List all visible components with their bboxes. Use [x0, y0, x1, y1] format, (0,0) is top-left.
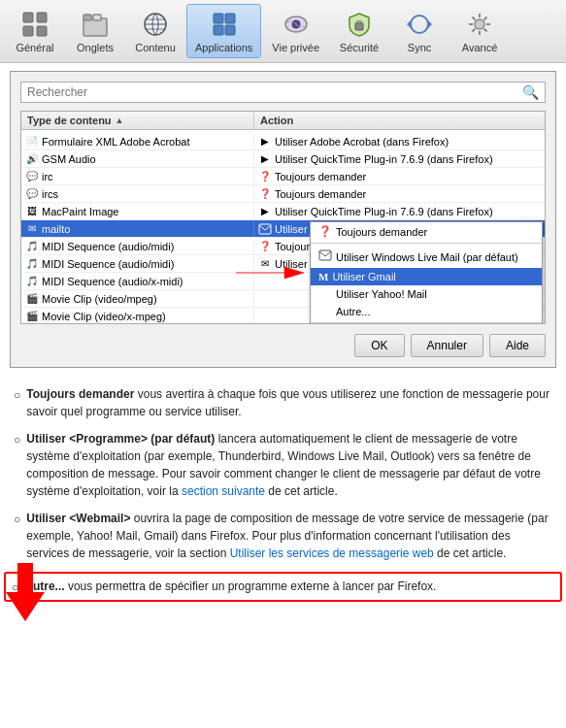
- table-row[interactable]: 💬 irc ❓ Toujours demander: [21, 168, 545, 185]
- toolbar-label-content: Contenu: [135, 42, 176, 53]
- link-webmail-section[interactable]: Utiliser les services de messagerie web: [230, 546, 434, 560]
- toolbar: Général Onglets Contenu: [0, 0, 566, 63]
- dropdown-item-other[interactable]: Autre...: [311, 303, 542, 320]
- action-icon: ▶: [258, 135, 272, 149]
- toolbar-item-content[interactable]: Contenu: [126, 4, 184, 58]
- table-row[interactable]: 💬 ircs ❓ Toujours demander: [21, 185, 545, 203]
- security-icon: [344, 9, 375, 40]
- left-cell: 💬 irc: [21, 169, 254, 184]
- toolbar-label-tabs: Onglets: [77, 42, 114, 53]
- type-icon: 🖼: [25, 205, 39, 218]
- action-dropdown[interactable]: ❓ Toujours demander Utiliser Windows Liv…: [310, 221, 543, 324]
- ok-button[interactable]: OK: [354, 334, 404, 357]
- content-item-use-program: ○ Utiliser <Programme> (par défaut) lanc…: [14, 430, 552, 500]
- type-icon: ✉: [25, 222, 39, 236]
- content-item-use-webmail: ○ Utiliser <Webmail> ouvrira la page de …: [14, 510, 552, 562]
- left-cell: ✉ mailto: [21, 221, 254, 237]
- left-cell: 💬 ircs: [21, 186, 254, 202]
- toolbar-item-general[interactable]: Général: [6, 4, 64, 58]
- right-cell: ❓ Toujours demander: [254, 169, 545, 184]
- bullet-3: ○: [14, 511, 20, 562]
- svg-rect-19: [319, 250, 331, 260]
- action-icon: [258, 222, 272, 236]
- right-cell: ▶ Utiliser Adobe Acrobat (dans Firefox): [254, 134, 545, 149]
- toolbar-label-privacy: Vie privée: [272, 42, 319, 53]
- type-icon: 🎬: [25, 292, 39, 306]
- left-cell: 🎵 MIDI Sequence (audio/midi): [21, 239, 254, 254]
- dialog-buttons: OK Annuler Aide: [20, 334, 546, 357]
- svg-marker-16: [407, 20, 411, 28]
- content-item-other: ○ Autre... vous permettra de spécifier u…: [4, 572, 562, 602]
- dropdown-item-yahoo[interactable]: Utiliser Yahoo! Mail: [311, 285, 542, 303]
- bullet-1: ○: [14, 386, 20, 420]
- left-cell: 🔊 GSM Audio: [21, 151, 254, 167]
- dropdown-divider-2: [311, 322, 542, 323]
- dialog-box: 🔍 Type de contenu ▲ Action 📄 Formulaire …: [10, 71, 556, 368]
- applications-icon: [209, 9, 240, 40]
- help-button[interactable]: Aide: [489, 334, 546, 357]
- privacy-icon: [281, 9, 312, 40]
- general-icon: [19, 9, 50, 40]
- table-row[interactable]: 📄 Formulaire XML Adobe Acrobat ▶ Utilise…: [21, 133, 545, 150]
- left-cell: 🎵 MIDI Sequence (audio/midi): [21, 256, 254, 272]
- type-icon: 📄: [25, 135, 39, 149]
- svg-rect-18: [259, 224, 271, 234]
- svg-point-17: [475, 19, 484, 29]
- content-text-use-program: Utiliser <Programme> (par défaut) lancer…: [26, 430, 552, 500]
- svg-rect-11: [225, 25, 235, 35]
- content-table: Type de contenu ▲ Action 📄 Formulaire XM…: [20, 111, 546, 324]
- dropdown-item-windows-live[interactable]: Utiliser Windows Live Mail (par défaut): [311, 246, 542, 268]
- toolbar-item-tabs[interactable]: Onglets: [66, 4, 124, 58]
- content-icon: [140, 9, 171, 40]
- svg-rect-5: [83, 15, 91, 20]
- link-section-suivante[interactable]: section suivante: [182, 484, 265, 498]
- dropdown-item-gmail[interactable]: M Utiliser Gmail: [311, 268, 542, 285]
- left-cell: 🎬 Movie Clip (video/x-mpeg): [21, 309, 254, 324]
- right-cell: ▶ Utiliser QuickTime Plug-in 7.6.9 (dans…: [254, 204, 545, 219]
- svg-rect-14: [355, 23, 363, 30]
- type-icon: 🎵: [25, 275, 39, 288]
- left-cell: 🎬 Movie Clip (video/mpeg): [21, 291, 254, 307]
- column-header-action: Action: [254, 112, 545, 129]
- left-cell: 📄 Formulaire XML Adobe Acrobat: [21, 134, 254, 149]
- search-input[interactable]: [27, 85, 522, 99]
- sort-arrow-icon: ▲: [116, 116, 124, 125]
- toolbar-label-general: Général: [16, 42, 53, 53]
- svg-rect-6: [93, 15, 101, 20]
- tabs-icon: [80, 9, 111, 40]
- dropdown-item-always-ask[interactable]: ❓ Toujours demander: [311, 222, 542, 241]
- cancel-button[interactable]: Annuler: [411, 334, 483, 357]
- bullet-2: ○: [14, 431, 20, 500]
- action-icon: ❓: [258, 187, 272, 201]
- toolbar-item-sync[interactable]: Sync: [390, 4, 449, 58]
- type-icon: 🎬: [25, 310, 39, 323]
- action-icon: ▶: [258, 152, 272, 166]
- always-ask-icon: ❓: [318, 225, 332, 238]
- windows-live-icon: [318, 248, 332, 265]
- toolbar-item-applications[interactable]: Applications: [186, 4, 261, 58]
- svg-rect-2: [23, 26, 33, 36]
- table-row[interactable]: 🔊 GSM Audio ▶ Utiliser QuickTime Plug-in…: [21, 150, 545, 168]
- svg-rect-9: [225, 14, 235, 23]
- bullet-4: ○: [12, 579, 18, 596]
- column-header-type: Type de contenu ▲: [21, 112, 254, 129]
- toolbar-label-sync: Sync: [408, 42, 431, 53]
- dropdown-divider: [311, 243, 542, 244]
- svg-rect-1: [37, 13, 47, 22]
- content-text-other: Autre... vous permettra de spécifier un …: [24, 578, 554, 596]
- toolbar-label-advanced: Avancé: [462, 42, 498, 53]
- toolbar-item-security[interactable]: Sécurité: [330, 4, 388, 58]
- content-text-always-ask: Toujours demander vous avertira à chaque…: [26, 385, 552, 420]
- right-cell: ▶ Utiliser QuickTime Plug-in 7.6.9 (dans…: [254, 151, 545, 167]
- search-bar[interactable]: 🔍: [20, 82, 546, 103]
- table-row[interactable]: 🖼 MacPaint Image ▶ Utiliser QuickTime Pl…: [21, 203, 545, 220]
- action-icon: ▶: [258, 205, 272, 218]
- toolbar-item-privacy[interactable]: Vie privée: [263, 4, 328, 58]
- svg-rect-10: [214, 25, 223, 35]
- svg-rect-8: [214, 14, 223, 23]
- toolbar-item-advanced[interactable]: Avancé: [450, 4, 509, 58]
- content-item-always-ask: ○ Toujours demander vous avertira à chaq…: [14, 385, 552, 420]
- right-cell: ❓ Toujours demander: [254, 186, 545, 202]
- left-cell: 🎵 MIDI Sequence (audio/x-midi): [21, 274, 254, 289]
- type-icon: 🎵: [25, 240, 39, 253]
